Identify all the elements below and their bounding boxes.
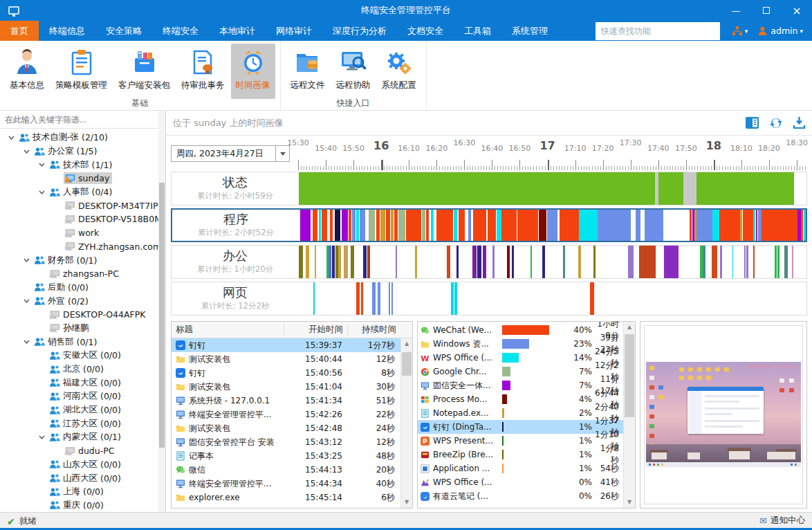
ribbon-button-基本信息[interactable]: 基本信息 [5,44,49,99]
tree-item-dudu-PC[interactable]: dudu-PC [0,444,165,458]
chevron-expanded-icon[interactable] [19,258,33,262]
tree-item-孙继鹏[interactable]: 孙继鹏 [0,322,165,336]
tree-item-安徽大区[interactable]: 安徽大区(0/0) [0,349,165,363]
date-dropdown-button[interactable] [275,146,289,161]
tree-item-北京[interactable]: 北京(0/0) [0,363,165,376]
tree-filter-input[interactable] [0,111,165,129]
menu-tab-工具箱[interactable]: 工具箱 [454,21,501,41]
timeline-track[interactable] [299,246,806,278]
tree-item-后勤[interactable]: 后勤(0/0) [0,281,165,295]
table-row[interactable]: 钉钉15:39:371分7秒 [172,338,400,352]
scroll-down-icon[interactable]: ▼ [401,497,412,508]
process-row[interactable]: BreeZip (Bre...1%1分8秒 [418,448,635,462]
process-scrollbar[interactable]: ▲ ▼ [623,322,635,508]
scrollbar-thumb[interactable] [402,352,412,376]
table-row[interactable]: 系统升级 - 127.0.0.115:41:3451秒 [172,394,400,408]
tree-item-DESKTOP-V518B0M[interactable]: DESKTOP-V518B0M [0,212,165,226]
ribbon-button-策略模板管理[interactable]: 策略模板管理 [50,44,112,99]
menu-tab-终端安全[interactable]: 终端安全 [152,21,209,41]
desktop-screenshot[interactable]: 2023-04-27 15:40:10 [646,362,801,467]
ribbon-button-远程协助[interactable]: 远程协助 [331,44,376,99]
table-row[interactable]: 钉钉15:40:568秒 [172,366,400,380]
tree-item-技术部[interactable]: 技术部(1/1) [0,158,165,172]
org-switch-button[interactable]: ▾ [727,21,753,41]
timeline-track[interactable] [299,282,806,315]
menu-tab-安全策略[interactable]: 安全策略 [95,21,152,41]
menu-tab-深度行为分析[interactable]: 深度行为分析 [322,21,397,41]
tree-item-湖北大区[interactable]: 湖北大区(0/0) [0,403,165,417]
tree-item-DESKTOP-M34T7IP[interactable]: DESKTOP-M34T7IP [0,199,165,212]
process-row[interactable]: Application ...1%54秒 [418,462,635,475]
detail-list-icon[interactable] [746,117,759,129]
process-row[interactable]: WPS Office (...0%41秒 [418,475,635,489]
tree-item-work[interactable]: work [0,226,165,240]
table-row[interactable]: explorer.exe15:45:146秒 [172,491,400,504]
ribbon-button-系统配置[interactable]: 系统配置 [377,44,421,99]
scroll-up-icon[interactable]: ▲ [401,338,412,349]
tree-item-技术自测-张[interactable]: 技术自测-张(2/10) [0,131,165,145]
date-picker[interactable]: 周四, 2023年4月27日 [171,145,290,162]
admin-menu-button[interactable]: admin ▾ [753,21,808,41]
column-start-time[interactable]: 开始时间 [284,324,348,336]
timeline-row-程序[interactable]: 程序累计时长: 2小时52分 [171,208,807,242]
tree-item-重庆[interactable]: 重庆(0/0) [0,499,165,512]
tree-item-DESKTOP-O44AFPK[interactable]: DESKTOP-O44AFPK [0,308,165,322]
table-row[interactable]: 微信15:44:1320秒 [172,463,400,477]
column-title[interactable]: 标题 [172,324,284,336]
refresh-icon[interactable] [770,117,782,129]
scrollbar-thumb[interactable] [625,334,634,417]
table-row[interactable]: 测试安装包15:41:0430秒 [172,380,400,394]
table-row[interactable]: 记事本15:43:2548秒 [172,449,400,463]
chevron-expanded-icon[interactable] [4,136,18,140]
table-row[interactable]: 终端安全管理管控平...15:42:2622秒 [172,408,400,421]
timeline-row-网页[interactable]: 网页累计时长: 12分2秒 [171,282,807,316]
scroll-down-icon[interactable]: ▼ [624,497,635,508]
tree-item-山东大区[interactable]: 山东大区(0/0) [0,458,165,472]
menu-tab-本地审计[interactable]: 本地审计 [209,21,266,41]
menu-tab-终端信息[interactable]: 终端信息 [39,21,95,41]
column-duration[interactable]: 持续时间 [348,324,400,336]
tree-item-上海[interactable]: 上海(0/0) [0,485,165,499]
notification-center-button[interactable]: ✉ 通知中心 [759,515,805,528]
timeline-track[interactable] [299,210,806,241]
table-scrollbar[interactable]: ▲ ▼ [400,338,412,508]
tree-item-山西大区[interactable]: 山西大区(0/0) [0,471,165,485]
menu-tab-网络审计[interactable]: 网络审计 [266,21,322,41]
tree-item-河南大区[interactable]: 河南大区(0/0) [0,390,165,403]
table-row[interactable]: 测试安装包15:40:4412秒 [172,352,400,366]
tree-item-ZYH.zhangsan.com[interactable]: ZYH.zhangsan.com [0,240,165,254]
timeline-row-办公[interactable]: 办公累计时长: 1小时20分 [171,245,807,279]
process-row[interactable]: 有道云笔记 (...0%26秒 [418,489,635,503]
menu-tab-系统管理[interactable]: 系统管理 [501,21,558,41]
chevron-expanded-icon[interactable] [19,149,33,154]
menu-tab-首页[interactable]: 首页 [0,21,39,41]
chevron-expanded-icon[interactable] [19,340,33,344]
tree-item-销售部[interactable]: 销售部(0/1) [0,335,165,349]
quick-search-input[interactable] [596,22,720,40]
table-row[interactable]: 测试安装包15:42:4824秒 [172,421,400,435]
tree-item-zhangsan-PC[interactable]: zhangsan-PC [0,267,165,281]
tree-item-sunday[interactable]: sunday [0,172,165,185]
menu-tab-文档安全[interactable]: 文档安全 [397,21,454,41]
tree-scrollbar[interactable] [158,111,165,512]
ribbon-button-时间画像[interactable]: 时间画像 [231,44,275,99]
download-icon[interactable] [793,117,805,129]
ribbon-button-客户端安装包[interactable]: 客户端安装包 [113,44,175,99]
tree-item-财务部[interactable]: 财务部(0/1) [0,253,165,267]
tree-item-江苏大区[interactable]: 江苏大区(0/0) [0,417,165,430]
chevron-expanded-icon[interactable] [35,435,48,439]
chevron-expanded-icon[interactable] [35,163,48,167]
table-row[interactable]: 固信安全管控平台 安装15:43:1212秒 [172,435,400,449]
chevron-expanded-icon[interactable] [19,299,33,303]
ribbon-button-待审批事务[interactable]: 待审批事务 [176,44,230,99]
tree-item-办公室[interactable]: 办公室(1/5) [0,145,165,158]
tree-item-外宣[interactable]: 外宣(0/2) [0,294,165,308]
chevron-expanded-icon[interactable] [35,190,48,194]
tree-item-内蒙大区[interactable]: 内蒙大区(0/1) [0,430,165,444]
tree-item-人事部[interactable]: 人事部(0/4) [0,185,165,199]
scroll-up-icon[interactable]: ▲ [624,322,635,333]
tree-item-福建大区[interactable]: 福建大区(0/0) [0,376,165,390]
table-row[interactable]: 终端安全管理管控平...15:44:3440秒 [172,477,400,491]
ribbon-button-远程文件[interactable]: 远程文件 [286,44,330,99]
timeline-row-状态[interactable]: 状态累计时长: 2小时59分 [171,172,807,205]
